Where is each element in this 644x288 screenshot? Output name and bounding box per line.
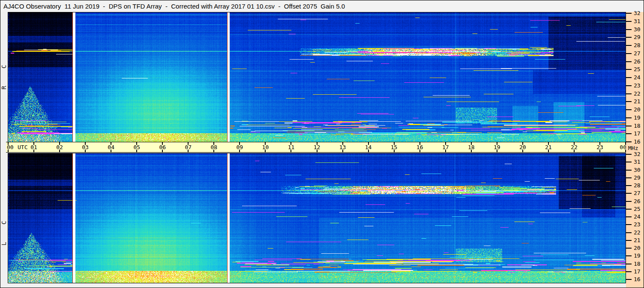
lcp-axis-label: L C P [0, 204, 7, 255]
freq-tick [626, 154, 632, 155]
freq-label: 31 [634, 18, 641, 24]
rcp-axis-label: R C P [0, 48, 7, 99]
freq-tick [626, 232, 632, 233]
time-label: 10 [262, 144, 269, 150]
freq-tick [626, 224, 632, 225]
freq-tick [626, 126, 632, 126]
freq-label: 29 [634, 174, 641, 181]
freq-label: 18 [634, 261, 641, 267]
freq-tick [626, 264, 632, 264]
freq-label: 21 [634, 237, 641, 243]
freq-label: 26 [634, 198, 641, 204]
freq-label: 24 [634, 74, 641, 81]
freq-tick [626, 37, 632, 38]
mhz-unit-label: MHz [628, 145, 638, 151]
freq-tick [626, 271, 632, 272]
time-label: 17 [442, 144, 449, 150]
freq-label: 16 [634, 138, 641, 145]
freq-label: 17 [634, 268, 641, 275]
time-label: 02 [56, 144, 63, 150]
time-axis: 0001020304050607080910111213141516171819… [6, 142, 626, 153]
time-label: 11 [288, 144, 295, 150]
freq-label: 24 [634, 213, 641, 220]
freq-label: 29 [634, 34, 641, 40]
freq-tick [626, 69, 632, 70]
freq-tick [626, 279, 632, 280]
freq-label: 20 [634, 106, 641, 113]
time-label: 04 [108, 144, 114, 150]
freq-tick [626, 177, 632, 178]
freq-label: 25 [634, 206, 641, 212]
utc-unit-label: UTC [18, 144, 27, 150]
time-label: 01 [30, 144, 37, 150]
freq-tick [626, 133, 632, 134]
freq-tick [626, 85, 632, 86]
freq-tick [626, 170, 632, 171]
freq-tick [626, 29, 632, 30]
freq-label: 19 [634, 252, 641, 259]
freq-tick [626, 185, 632, 186]
time-label: 07 [185, 144, 192, 150]
freq-label: 20 [634, 245, 641, 251]
rcp-spectrogram [8, 12, 626, 142]
freq-tick [626, 61, 632, 62]
freq-tick [626, 216, 632, 217]
time-label: 20 [519, 144, 526, 150]
freq-label: 18 [634, 123, 641, 129]
title-bar: AJ4CO Observatory 11 Jun 2019 - DPS on T… [1, 1, 644, 12]
time-label: 18 [468, 144, 475, 150]
freq-tick [626, 109, 632, 110]
freq-label: 30 [634, 26, 641, 33]
title-text: AJ4CO Observatory 11 Jun 2019 - DPS on T… [3, 3, 345, 10]
freq-tick [626, 209, 632, 210]
frequency-axis: 3231302928272625242322212019181716323130… [626, 12, 644, 288]
freq-tick [626, 162, 632, 162]
freq-label: 22 [634, 90, 641, 97]
time-label: 12 [314, 144, 321, 150]
freq-label: 19 [634, 114, 641, 121]
freq-label: 21 [634, 98, 641, 105]
freq-label: 22 [634, 229, 641, 236]
time-label: 00 [7, 144, 14, 150]
time-label: 23 [596, 144, 603, 150]
freq-label: 16 [634, 276, 641, 282]
freq-label: 28 [634, 42, 641, 48]
freq-label: 27 [634, 190, 641, 196]
freq-tick [626, 117, 632, 118]
app-window: AJ4CO Observatory 11 Jun 2019 - DPS on T… [0, 0, 644, 288]
freq-label: 17 [634, 130, 641, 137]
time-label: 09 [237, 144, 243, 150]
freq-tick [626, 53, 632, 54]
freq-tick [626, 77, 632, 78]
freq-label: 32 [634, 10, 641, 16]
time-label: 15 [391, 144, 398, 150]
freq-label: 26 [634, 58, 641, 65]
time-label: 05 [133, 144, 140, 150]
time-label: 08 [211, 144, 218, 150]
freq-tick [626, 101, 632, 102]
time-label: 16 [416, 144, 423, 150]
freq-tick [626, 21, 632, 22]
time-label: 21 [545, 144, 552, 150]
freq-tick [626, 13, 632, 14]
freq-tick [626, 45, 632, 46]
time-label: 00 [620, 144, 626, 150]
time-label: 19 [494, 144, 500, 150]
time-label: 13 [339, 144, 346, 150]
freq-label: 25 [634, 66, 641, 72]
freq-tick [626, 93, 632, 94]
lcp-spectrogram [8, 153, 626, 283]
freq-tick [626, 248, 632, 249]
freq-label: 32 [634, 151, 641, 157]
freq-label: 28 [634, 182, 641, 189]
freq-label: 27 [634, 50, 641, 57]
freq-label: 30 [634, 167, 641, 173]
time-label: 14 [365, 144, 372, 150]
freq-label: 31 [634, 159, 641, 165]
freq-label: 23 [634, 221, 641, 228]
freq-tick [626, 240, 632, 241]
time-label: 06 [159, 144, 166, 150]
time-label: 03 [82, 144, 89, 150]
time-label: 22 [571, 144, 578, 150]
freq-tick [626, 141, 632, 142]
